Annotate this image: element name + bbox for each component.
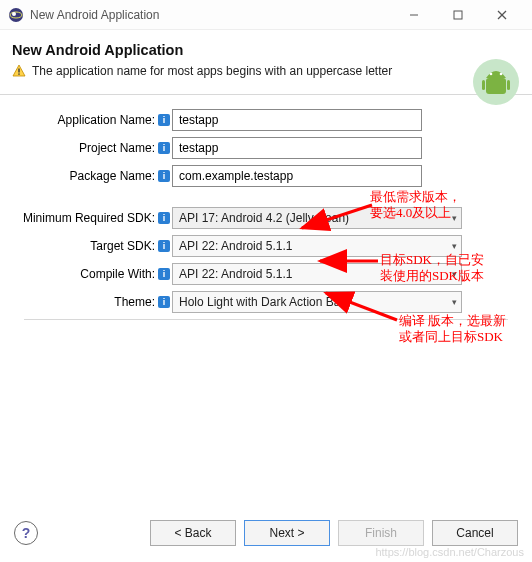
info-icon[interactable]: i bbox=[158, 142, 170, 154]
window-title: New Android Application bbox=[30, 8, 392, 22]
page-title: New Android Application bbox=[12, 42, 516, 58]
theme-label: Theme: i bbox=[12, 295, 172, 309]
annotation-target-sdk: 目标SDK，自已安装使用的SDK版本 bbox=[380, 252, 484, 285]
info-icon[interactable]: i bbox=[158, 240, 170, 252]
project-name-label: Project Name: i bbox=[12, 141, 172, 155]
warning-icon bbox=[12, 64, 26, 78]
help-button[interactable]: ? bbox=[14, 521, 38, 545]
package-name-input[interactable] bbox=[172, 165, 422, 187]
info-icon[interactable]: i bbox=[158, 268, 170, 280]
info-icon[interactable]: i bbox=[158, 170, 170, 182]
info-icon[interactable]: i bbox=[158, 114, 170, 126]
theme-value: Holo Light with Dark Action Bar bbox=[179, 295, 344, 309]
annotation-compile: 编译 版本，选最新或者同上目标SDK bbox=[399, 313, 506, 346]
titlebar: New Android Application bbox=[0, 0, 532, 30]
svg-rect-9 bbox=[18, 73, 19, 74]
chevron-down-icon: ▾ bbox=[452, 297, 457, 307]
watermark: https://blog.csdn.net/Charzous bbox=[375, 546, 524, 558]
warning-text: The application name for most apps begin… bbox=[32, 64, 392, 78]
compile-with-label: Compile With: i bbox=[12, 267, 172, 281]
app-name-label: Application Name: i bbox=[12, 113, 172, 127]
project-name-input[interactable] bbox=[172, 137, 422, 159]
svg-rect-11 bbox=[486, 78, 506, 94]
svg-rect-13 bbox=[507, 80, 510, 90]
warning-line: The application name for most apps begin… bbox=[12, 64, 516, 78]
svg-point-2 bbox=[12, 12, 16, 16]
finish-button: Finish bbox=[338, 520, 424, 546]
theme-dropdown[interactable]: Holo Light with Dark Action Bar ▾ bbox=[172, 291, 462, 313]
close-button[interactable] bbox=[480, 1, 524, 29]
min-sdk-value: API 17: Android 4.2 (Jelly Bean) bbox=[179, 211, 349, 225]
target-sdk-value: API 22: Android 5.1.1 bbox=[179, 239, 292, 253]
svg-point-15 bbox=[500, 73, 503, 76]
package-name-label: Package Name: i bbox=[12, 169, 172, 183]
compile-with-value: API 22: Android 5.1.1 bbox=[179, 267, 292, 281]
window-controls bbox=[392, 1, 524, 29]
svg-point-14 bbox=[490, 73, 493, 76]
svg-rect-4 bbox=[454, 11, 462, 19]
svg-rect-8 bbox=[18, 69, 19, 73]
svg-point-0 bbox=[9, 8, 23, 22]
wizard-header: New Android Application The application … bbox=[0, 30, 532, 95]
android-logo-icon bbox=[472, 58, 520, 106]
minimize-button[interactable] bbox=[392, 1, 436, 29]
min-sdk-label: Minimum Required SDK: i bbox=[12, 211, 172, 225]
next-button[interactable]: Next > bbox=[244, 520, 330, 546]
eclipse-icon bbox=[8, 7, 24, 23]
cancel-button[interactable]: Cancel bbox=[432, 520, 518, 546]
svg-rect-12 bbox=[482, 80, 485, 90]
back-button[interactable]: < Back bbox=[150, 520, 236, 546]
wizard-button-bar: ? < Back Next > Finish Cancel bbox=[0, 520, 532, 546]
application-name-input[interactable] bbox=[172, 109, 422, 131]
target-sdk-label: Target SDK: i bbox=[12, 239, 172, 253]
maximize-button[interactable] bbox=[436, 1, 480, 29]
annotation-min-sdk: 最低需求版本，要选4.0及以上 bbox=[370, 189, 461, 222]
chevron-down-icon: ▾ bbox=[452, 241, 457, 251]
info-icon[interactable]: i bbox=[158, 212, 170, 224]
info-icon[interactable]: i bbox=[158, 296, 170, 308]
